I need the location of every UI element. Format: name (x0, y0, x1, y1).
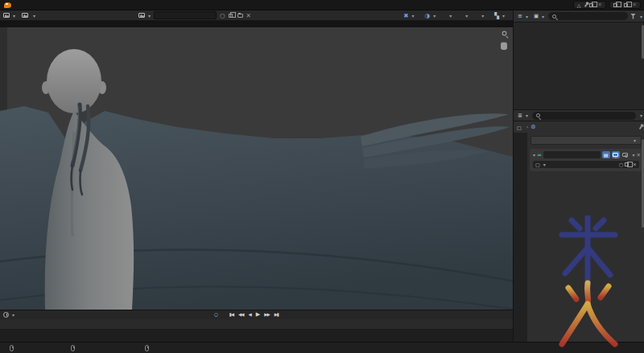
properties-scrollbar[interactable] (642, 139, 644, 228)
next-frame-button[interactable]: ▶▶ (262, 311, 270, 318)
display-sphere-dropdown[interactable]: ◑▾ (422, 11, 440, 20)
collapse-icon[interactable]: ▾ (533, 152, 535, 158)
unlink-icon[interactable]: ✕ (632, 162, 637, 168)
view-layer-selector[interactable]: ✕ (609, 1, 641, 9)
add-modifier-button[interactable]: ▾ (530, 136, 642, 145)
status-bar (0, 342, 644, 353)
layer-dropdown[interactable]: ▾ (459, 11, 471, 20)
topbar-right: △ ✕ ✕ (573, 1, 644, 9)
image-editor-icon (3, 13, 10, 18)
search-icon (536, 113, 540, 117)
zoom-icon[interactable] (502, 31, 506, 36)
tool-settings-dropdown[interactable]: ✖▾ (400, 11, 417, 20)
image-mode-dropdown[interactable]: ▾ (19, 11, 39, 20)
mouse-icon (145, 345, 149, 351)
editor-type-dropdown[interactable]: ▾ (0, 11, 19, 20)
particles-icon: ≈ (537, 152, 542, 158)
open-image-icon[interactable] (237, 14, 243, 18)
play-button[interactable]: ▶ (254, 310, 261, 318)
view-layer-icon (613, 3, 617, 7)
channels-icon: ▚ (494, 12, 499, 19)
close-image-icon[interactable]: ✕ (246, 12, 251, 19)
sphere-icon: ◑ (425, 12, 431, 19)
image-icon (138, 13, 145, 18)
filter-icon[interactable] (630, 14, 636, 19)
topbar: △ ✕ ✕ (0, 0, 644, 10)
outliner-tree (514, 23, 644, 109)
jump-end-button[interactable]: ▶▮ (273, 311, 280, 318)
unlink-icon[interactable]: ○ (220, 12, 225, 19)
mouse-icon (10, 345, 14, 351)
pin-icon[interactable] (639, 125, 643, 129)
render-toggle[interactable] (621, 151, 630, 158)
properties-search[interactable] (532, 112, 636, 120)
close-icon[interactable]: ✕ (632, 2, 637, 8)
image-actions: ○ ✕ (217, 11, 254, 20)
tools-icon: ✖ (403, 12, 408, 19)
timeline-editor-dropdown[interactable]: ▾ (0, 310, 18, 319)
right-panel-column: ≡▾ ▣▾ ▾ ≣▾ ▾ ▢ › ⚙ (513, 10, 644, 342)
properties-editor-dropdown[interactable]: ≣▾ (516, 111, 530, 120)
delete-modifier-icon[interactable]: ✕ (637, 152, 641, 158)
properties-tab-strip (514, 133, 527, 342)
image-name-field[interactable] (154, 11, 217, 19)
surface-deform-modifier-panel: ▾ ≈ ▤ ▾ ✕ ▢ ▾ ○ ✕ (530, 149, 642, 171)
mouse-hint (10, 345, 14, 351)
scene-selector[interactable]: △ ✕ (573, 1, 607, 9)
duplicate-image-icon[interactable] (229, 14, 233, 18)
prev-keyframe-button[interactable]: ◀◀ (237, 311, 245, 318)
modifier-icon: ⚙ (530, 124, 535, 130)
blender-window: △ ✕ ✕ ▾ ▾ ▾ (0, 0, 644, 353)
timeline-track-area[interactable] (0, 330, 513, 342)
outliner-header: ≡▾ ▣▾ ▾ (514, 10, 644, 23)
edit-mode-toggle[interactable]: ▤ (602, 151, 610, 158)
clock-icon (3, 312, 9, 318)
outliner-search[interactable] (548, 12, 628, 20)
close-icon[interactable]: ✕ (597, 2, 602, 8)
search-icon (552, 14, 556, 18)
modifier-object-field[interactable]: ▢ ▾ ○ ✕ (533, 161, 639, 168)
mouse-icon (71, 345, 75, 351)
pan-view-hint (71, 345, 77, 351)
render-stats-bar (0, 21, 513, 27)
object-data-icon: ▢ (535, 162, 540, 167)
properties-content: ▾ ▾ ≈ ▤ ▾ ✕ ▢ ▾ ○ (527, 133, 644, 342)
outliner-editor-dropdown[interactable]: ≡▾ (516, 12, 530, 21)
timeline-ruler[interactable] (0, 319, 513, 330)
pass-dropdown[interactable]: ▾ (475, 11, 487, 20)
outliner-icon: ≡ (518, 13, 522, 19)
modifier-name-field[interactable] (543, 151, 601, 159)
outliner-scrollbar[interactable] (642, 25, 644, 59)
view-mode-icon (22, 13, 28, 18)
modifier-extras-icon[interactable]: ▾ (633, 152, 635, 158)
new-view-layer-icon[interactable] (624, 3, 628, 7)
duplicate-icon[interactable] (625, 162, 629, 166)
image-browse-dropdown[interactable]: ▾ (135, 11, 154, 20)
properties-icon: ≣ (518, 113, 522, 119)
jump-start-button[interactable]: ▮◀ (228, 311, 235, 318)
realtime-toggle[interactable] (612, 151, 620, 158)
render-slot-dropdown[interactable]: ▾ (443, 11, 455, 20)
modifier-panel-header: ▾ ≈ ▤ ▾ ✕ (531, 150, 641, 159)
properties-options-icon[interactable]: ▾ (640, 113, 642, 118)
display-channels-dropdown[interactable]: ▚▾ (491, 11, 508, 20)
image-editor-header: ▾ ▾ ▾ ○ ✕ ✖▾ ◑▾ ▾ (0, 10, 513, 21)
blender-logo-icon[interactable] (4, 2, 11, 8)
pan-hand-icon[interactable] (501, 43, 507, 50)
object-icon: ▢ (517, 125, 522, 130)
viewport-gizmos (501, 31, 507, 50)
outliner-display-dropdown[interactable]: ▣▾ (532, 12, 546, 21)
image-editor-header-right: ✖▾ ◑▾ ▾ ▾ ▾ ▚▾ (400, 11, 513, 20)
properties-breadcrumb: ▢ › ⚙ (514, 121, 644, 133)
render-image (0, 27, 513, 310)
sample-color-hint (145, 345, 151, 351)
prev-frame-button[interactable]: ◀ (247, 311, 253, 318)
pin-icon[interactable] (584, 2, 588, 6)
scenes-icon: ▣ (534, 13, 539, 19)
new-scene-icon[interactable] (589, 3, 593, 7)
filter-dropdown-icon[interactable]: ▾ (640, 14, 642, 19)
record-button[interactable]: ○ (213, 311, 220, 318)
scene-icon: △ (577, 2, 581, 8)
render-image-view[interactable] (0, 27, 513, 310)
fake-user-icon[interactable]: ○ (619, 162, 624, 168)
